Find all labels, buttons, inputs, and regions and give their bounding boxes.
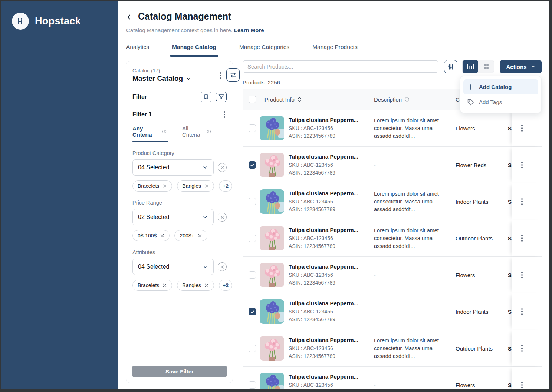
product-asin: ASIN: 12234567789 — [289, 389, 374, 389]
product-asin: ASIN: 12234567789 — [289, 316, 374, 323]
product-name: Tulipa clusiana Pepperm... — [289, 337, 374, 343]
product-name: Tulipa clusiana Pepperm... — [289, 300, 374, 306]
save-filter-button[interactable]: Save Filter — [132, 366, 227, 377]
tab-manage-products[interactable]: Manage Products — [312, 42, 358, 56]
filter-sliders-button[interactable] — [444, 60, 457, 73]
row-checkbox[interactable] — [249, 235, 256, 242]
row-checkbox[interactable] — [249, 198, 256, 205]
actions-menu: Add Catalog Add Tags — [460, 76, 542, 113]
catalog-menu-button[interactable] — [218, 71, 223, 80]
row-checkbox[interactable] — [249, 345, 256, 352]
row-menu-button[interactable] — [520, 270, 524, 280]
products-table: Product Info Description Category Tulipa… — [243, 89, 542, 389]
brand: Hopstack — [1, 1, 118, 30]
back-arrow-icon[interactable] — [126, 13, 134, 21]
product-image — [260, 373, 284, 389]
row-menu-button[interactable] — [520, 123, 524, 133]
price-range-select[interactable]: 02 Selected — [132, 209, 214, 225]
column-product-info[interactable]: Product Info — [260, 96, 374, 103]
remove-chip-icon — [162, 283, 167, 288]
row-menu-button[interactable] — [520, 343, 524, 353]
x-circle-icon — [220, 265, 224, 269]
x-circle-icon — [220, 166, 224, 170]
row-checkbox[interactable] — [249, 161, 256, 169]
plus-icon — [467, 84, 474, 90]
grid-view-icon — [483, 63, 489, 70]
saved-filters-button[interactable] — [201, 92, 211, 102]
table-body: Tulipa clusiana Pepperm... SKU : ABC-123… — [243, 110, 542, 389]
tab-any-criteria[interactable]: Any Criteria — [132, 125, 167, 142]
chip-bangles[interactable]: Bangles — [177, 180, 214, 192]
clear-attributes-button[interactable] — [218, 262, 227, 271]
learn-more-link[interactable]: Learn More — [234, 27, 264, 33]
product-asin: ASIN: 12234567789 — [289, 206, 374, 213]
remove-chip-icon — [162, 184, 167, 188]
product-sku: SKU : ABC-123456 — [289, 345, 374, 352]
product-category: Outdoor Plants — [456, 345, 508, 352]
page-title: Catalog Management — [138, 11, 231, 22]
product-image — [260, 153, 284, 177]
more-chips-badge[interactable]: +2 — [219, 180, 232, 192]
product-description: Lorem ipsum dolor sit amet consectetur. … — [374, 227, 456, 250]
remove-chip-icon — [160, 233, 164, 238]
table-view-button[interactable] — [463, 60, 478, 73]
row-menu-button[interactable] — [520, 197, 524, 206]
product-image — [260, 299, 284, 324]
info-icon — [162, 129, 167, 134]
menu-item-add-tags[interactable]: Add Tags — [463, 94, 538, 110]
section-label-product-category: Product Category — [132, 150, 227, 156]
row-checkbox[interactable] — [249, 308, 256, 315]
filter-menu-button[interactable] — [222, 110, 227, 119]
search-input[interactable] — [243, 60, 438, 73]
product-image — [260, 116, 284, 140]
tab-manage-catalog[interactable]: Manage Catalog — [171, 42, 217, 56]
tab-manage-categories[interactable]: Manage Categories — [239, 42, 290, 56]
row-checkbox[interactable] — [249, 381, 256, 389]
actions-button[interactable]: Actions — [500, 60, 542, 73]
product-asin: ASIN: 12234567789 — [289, 352, 374, 360]
chip-price-low[interactable]: 0$-100$ — [132, 230, 170, 241]
remove-chip-icon — [204, 184, 209, 188]
chip-price-high[interactable]: 200$+ — [174, 230, 207, 241]
product-image — [260, 263, 284, 287]
grid-view-button[interactable] — [478, 60, 494, 73]
more-chips-badge[interactable]: +2 — [219, 280, 232, 291]
product-asin: ASIN: 12234567789 — [289, 132, 374, 140]
product-sku: SKU : ABC-123456 — [289, 124, 374, 132]
product-name: Tulipa clusiana Pepperm... — [289, 117, 374, 123]
tab-all-criteria[interactable]: All Criteria — [182, 125, 211, 142]
product-asin: ASIN: 12234567789 — [289, 242, 374, 250]
clear-product-category-button[interactable] — [218, 163, 227, 172]
row-menu-button[interactable] — [520, 160, 524, 170]
row-menu-button[interactable] — [520, 380, 524, 389]
sliders-icon — [448, 64, 454, 70]
table-row: Tulipa clusiana Pepperm... SKU : ABC-123… — [243, 183, 542, 220]
product-category-select[interactable]: 04 Selected — [132, 159, 214, 176]
products-count: Products: 2256 — [243, 79, 280, 86]
chip-bangles[interactable]: Bangles — [177, 280, 214, 291]
truncated-column-text: S — [508, 309, 512, 315]
row-checkbox[interactable] — [249, 271, 256, 279]
table-row: Tulipa clusiana Pepperm... SKU : ABC-123… — [243, 367, 542, 389]
select-all-checkbox[interactable] — [249, 96, 256, 103]
row-menu-button[interactable] — [520, 307, 524, 316]
catalog-selector[interactable]: Master Catalog — [132, 74, 227, 83]
product-asin: ASIN: 12234567789 — [289, 279, 374, 287]
clear-price-range-button[interactable] — [218, 213, 227, 222]
row-checkbox[interactable] — [249, 124, 256, 132]
product-description: Lorem ipsum dolor sit amet consectetur. … — [374, 117, 456, 140]
swap-catalog-button[interactable] — [226, 68, 240, 82]
product-description: - — [374, 308, 456, 316]
row-menu-button[interactable] — [520, 233, 524, 243]
truncated-column-text: S — [508, 199, 512, 205]
section-label-price-range: Price Range — [132, 200, 227, 206]
product-asin: ASIN: 12234567789 — [289, 169, 374, 177]
chip-bracelets[interactable]: Bracelets — [132, 180, 172, 192]
filter-funnel-button[interactable] — [216, 92, 227, 102]
attributes-select[interactable]: 04 Selected — [132, 259, 214, 275]
menu-item-add-catalog[interactable]: Add Catalog — [463, 79, 538, 94]
filter-section-title: Filter — [132, 94, 196, 100]
main-area: Catalog Management Catalog Management co… — [118, 1, 549, 389]
chip-bracelets[interactable]: Bracelets — [132, 280, 172, 291]
tab-analytics[interactable]: Analytics — [125, 42, 150, 56]
